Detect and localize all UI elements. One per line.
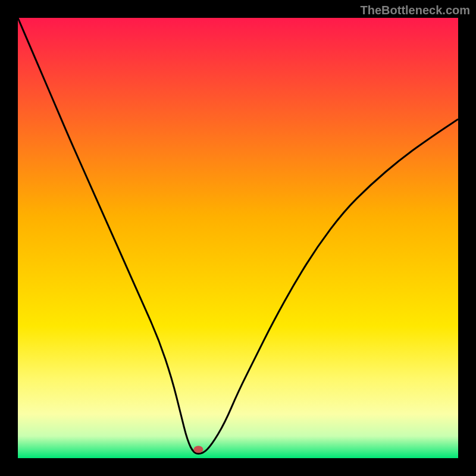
watermark-text: TheBottleneck.com bbox=[361, 4, 470, 17]
bottleneck-chart bbox=[18, 18, 458, 458]
chart-frame bbox=[18, 18, 458, 458]
optimal-marker bbox=[193, 446, 203, 453]
